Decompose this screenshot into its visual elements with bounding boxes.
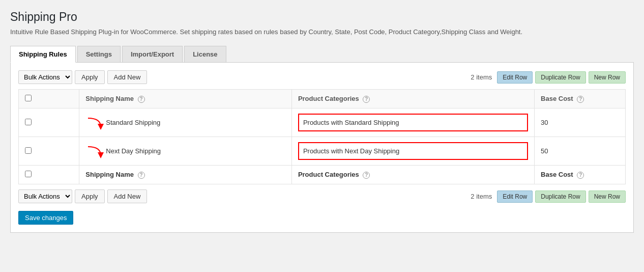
header-shipping-name: Shipping Name ? — [79, 90, 292, 108]
apply-button-bottom[interactable]: Apply — [75, 189, 105, 203]
row2-category-bordered: Products with Next Day Shipping — [298, 142, 528, 160]
footer-base-cost-help-icon[interactable]: ? — [577, 172, 584, 179]
bottom-toolbar-right: 2 items Edit Row Duplicate Row New Row — [471, 191, 626, 203]
row2-arrow-icon — [85, 144, 106, 158]
apply-button-top[interactable]: Apply — [75, 70, 105, 84]
tab-license[interactable]: License — [184, 46, 226, 62]
footer-shipping-name-help-icon[interactable]: ? — [138, 172, 145, 179]
add-new-button-top[interactable]: Add New — [107, 70, 148, 84]
add-new-button-bottom[interactable]: Add New — [107, 189, 148, 203]
select-all-checkbox-bottom[interactable] — [25, 171, 32, 177]
tab-settings[interactable]: Settings — [77, 46, 121, 62]
save-area: Save changes — [18, 211, 626, 225]
row1-category-cell: Products with Standard Shipping — [291, 108, 534, 137]
row1-category-bordered: Products with Standard Shipping — [298, 114, 528, 131]
edit-row-button-bottom[interactable]: Edit Row — [497, 191, 533, 203]
items-count-top: 2 items — [471, 73, 492, 81]
product-categories-help-icon[interactable]: ? — [363, 96, 370, 103]
footer-base-cost: Base Cost ? — [535, 166, 626, 184]
row2-category-cell: Products with Next Day Shipping — [291, 137, 534, 166]
tab-shipping-rules[interactable]: Shipping Rules — [10, 46, 76, 63]
row2-cost-cell: 50 — [535, 137, 626, 166]
row1-checkbox-cell — [19, 108, 79, 137]
row1-name-cell: Standard Shipping — [79, 108, 292, 137]
page-title: Shipping Pro — [10, 10, 634, 24]
base-cost-help-icon[interactable]: ? — [577, 96, 584, 103]
row2-checkbox-cell — [19, 137, 79, 166]
new-row-button-top[interactable]: New Row — [589, 71, 626, 84]
save-changes-button[interactable]: Save changes — [18, 211, 73, 225]
tabs-container: Shipping Rules Settings Import/Export Li… — [10, 46, 634, 63]
row2-name-cell: Next Day Shipping — [79, 137, 292, 166]
duplicate-row-button-top[interactable]: Duplicate Row — [535, 71, 586, 84]
shipping-table: Shipping Name ? Product Categories ? Bas… — [18, 89, 626, 184]
row2-checkbox[interactable] — [25, 147, 32, 154]
bulk-actions-select-bottom[interactable]: Bulk Actions — [18, 189, 72, 203]
row1-arrow-icon — [85, 116, 106, 130]
row1-cost-cell: 30 — [535, 108, 626, 137]
footer-shipping-name: Shipping Name ? — [79, 166, 292, 184]
bottom-toolbar: Bulk Actions Apply Add New 2 items Edit … — [18, 189, 626, 203]
shipping-name-help-icon[interactable]: ? — [138, 96, 145, 103]
table-row: Standard Shipping Products with Standard… — [19, 108, 626, 137]
top-toolbar-right: 2 items Edit Row Duplicate Row New Row — [471, 71, 626, 84]
select-all-checkbox-top[interactable] — [25, 95, 32, 101]
edit-row-button-top[interactable]: Edit Row — [497, 71, 533, 84]
content-area: Bulk Actions Apply Add New 2 items Edit … — [10, 63, 634, 233]
footer-product-categories: Product Categories ? — [291, 166, 534, 184]
items-count-bottom: 2 items — [471, 193, 492, 200]
header-checkbox-col — [19, 90, 79, 108]
tab-import-export[interactable]: Import/Export — [122, 46, 183, 62]
top-toolbar: Bulk Actions Apply Add New 2 items Edit … — [18, 70, 626, 84]
header-product-categories: Product Categories ? — [291, 90, 534, 108]
page-description: Intuitive Rule Based Shipping Plug-in fo… — [10, 28, 634, 36]
header-base-cost: Base Cost ? — [535, 90, 626, 108]
row1-checkbox[interactable] — [25, 119, 32, 125]
bulk-actions-select-top[interactable]: Bulk Actions — [18, 70, 72, 84]
footer-product-categories-help-icon[interactable]: ? — [363, 172, 370, 179]
new-row-button-bottom[interactable]: New Row — [589, 191, 626, 203]
table-row: Next Day Shipping Products with Next Day… — [19, 137, 626, 166]
duplicate-row-button-bottom[interactable]: Duplicate Row — [535, 191, 586, 203]
footer-checkbox-col — [19, 166, 79, 184]
